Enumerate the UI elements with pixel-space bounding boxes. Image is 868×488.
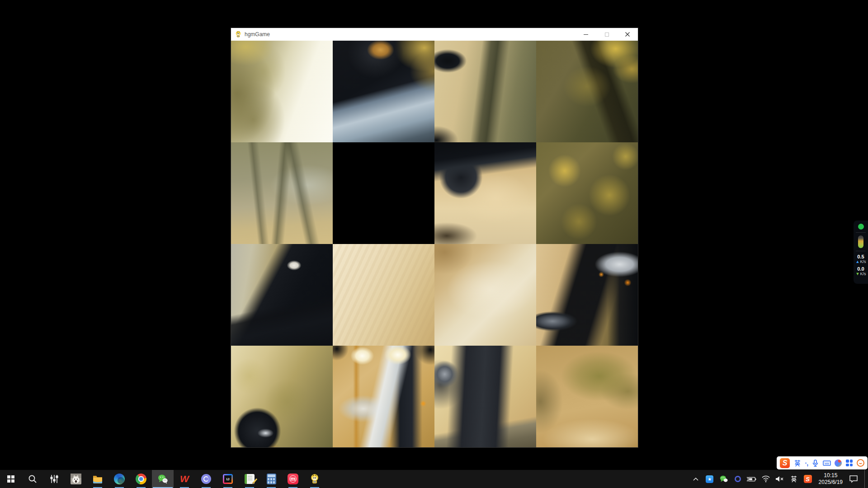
sliders-icon — [49, 474, 59, 484]
upload-arrow-icon: ▲ — [856, 259, 860, 264]
title-bar[interactable]: hgmGame — [231, 28, 638, 41]
sogou-tray-icon: S — [804, 475, 812, 483]
puzzle-tile-r2c0[interactable] — [231, 244, 333, 346]
notification-icon — [849, 475, 858, 483]
tim-star-icon: ★ — [706, 475, 713, 483]
upload-speed-value: 0.5 — [856, 254, 866, 259]
wechat-tray-icon — [719, 475, 728, 483]
folder-icon — [92, 474, 103, 484]
sogou-logo-icon[interactable]: S — [780, 458, 790, 468]
wifi-icon — [761, 475, 770, 483]
puzzle-tile-r3c3[interactable] — [536, 346, 638, 447]
close-icon — [625, 32, 630, 37]
download-speed-unit: K/s — [860, 272, 866, 277]
task-view-button[interactable] — [43, 470, 65, 488]
tray-expand-button[interactable] — [691, 474, 701, 484]
clock-date: 2025/6/19 — [819, 479, 843, 486]
taskbar-item-ring-app[interactable] — [195, 470, 217, 488]
taskbar: W IJ m — [0, 470, 868, 488]
mumu-icon: m — [288, 474, 298, 484]
tray-ring-app[interactable] — [733, 474, 743, 484]
taskbar-item-chrome[interactable] — [130, 470, 152, 488]
puzzle-tile-empty — [333, 142, 434, 244]
intellij-icon: IJ — [223, 474, 233, 484]
start-button[interactable] — [0, 470, 22, 488]
taskbar-item-file-explorer[interactable] — [87, 470, 108, 488]
ime-emoji-icon[interactable] — [857, 459, 864, 467]
koopa-game-icon — [309, 474, 320, 484]
edge-icon — [114, 474, 125, 484]
ime-toolbox-icon[interactable] — [846, 460, 853, 466]
ring-tray-icon — [735, 476, 741, 482]
taskbar-item-edge[interactable] — [108, 470, 130, 488]
ime-skin-icon[interactable] — [835, 460, 842, 467]
puzzle-tile-r0c0[interactable] — [231, 41, 333, 142]
taskbar-item-wps[interactable]: W — [174, 470, 195, 488]
puzzle-tile-r0c2[interactable] — [434, 41, 536, 142]
taskbar-item-mumu[interactable]: m — [282, 470, 304, 488]
app-koopa-icon — [235, 31, 242, 38]
puzzle-tile-r3c1[interactable] — [333, 346, 434, 447]
windows-logo-icon — [7, 475, 14, 483]
notepad-pencil-icon — [245, 474, 255, 484]
taskbar-search-button[interactable] — [22, 470, 43, 488]
ime-mode-cn-icon — [790, 475, 797, 483]
calculator-icon — [267, 474, 276, 484]
puzzle-tile-r2c1[interactable] — [333, 244, 434, 346]
puzzle-tile-r1c0[interactable] — [231, 142, 333, 244]
puzzle-tile-r0c1[interactable] — [333, 41, 434, 142]
taskbar-item-hgmgame[interactable] — [304, 470, 326, 488]
battery-charging-icon — [747, 475, 757, 483]
clock-time: 10:15 — [819, 472, 843, 479]
puzzle-tile-r2c2[interactable] — [434, 244, 536, 346]
upload-speed-unit: K/s — [860, 259, 866, 264]
tray-sogou[interactable]: S — [803, 474, 813, 484]
puzzle-tile-r3c0[interactable] — [231, 346, 333, 447]
window-title: hgmGame — [245, 31, 576, 38]
game-window: hgmGame — [231, 28, 638, 448]
ime-toolbar: S ·, — [777, 456, 868, 469]
ring-app-icon — [201, 474, 211, 484]
download-speed-value: 0.0 — [856, 266, 866, 272]
meter-capsule-icon — [858, 235, 863, 248]
chrome-icon — [136, 474, 146, 484]
minimize-icon — [584, 34, 588, 35]
microphone-icon[interactable] — [812, 460, 819, 467]
taskbar-clock[interactable]: 10:15 2025/6/19 — [817, 472, 844, 486]
status-dot-icon — [858, 224, 864, 230]
taskbar-item-cat-app[interactable] — [65, 470, 87, 488]
puzzle-tile-r0c3[interactable] — [536, 41, 638, 142]
close-button[interactable] — [617, 28, 638, 41]
puzzle-tile-r2c3[interactable] — [536, 244, 638, 346]
net-speed-widget[interactable]: 0.5 ▲K/s 0.0 ▼K/s — [854, 221, 868, 284]
cat-photo-icon — [71, 474, 81, 484]
taskbar-item-intellij[interactable]: IJ — [217, 470, 239, 488]
tray-wifi[interactable] — [761, 474, 771, 484]
show-desktop-button[interactable] — [864, 470, 867, 488]
minimize-button[interactable] — [576, 28, 596, 41]
wechat-icon — [157, 474, 168, 484]
maximize-button — [596, 28, 617, 41]
tray-ime-mode[interactable] — [789, 474, 799, 484]
action-center-button[interactable] — [849, 474, 859, 484]
taskbar-item-calculator[interactable] — [260, 470, 282, 488]
tray-volume[interactable] — [775, 474, 785, 484]
tray-wechat[interactable] — [719, 474, 729, 484]
puzzle-tile-r1c2[interactable] — [434, 142, 536, 244]
puzzle-board — [231, 41, 638, 447]
download-arrow-icon: ▼ — [856, 272, 860, 277]
puzzle-tile-r1c3[interactable] — [536, 142, 638, 244]
maximize-icon — [605, 33, 609, 37]
search-icon — [28, 474, 38, 484]
tray-tim[interactable]: ★ — [705, 474, 715, 484]
speaker-muted-icon — [775, 475, 785, 483]
chevron-up-icon — [693, 477, 699, 481]
wps-icon: W — [180, 474, 189, 484]
taskbar-item-wechat[interactable] — [152, 470, 174, 488]
tray-battery[interactable] — [747, 474, 757, 484]
ime-language-mode-icon[interactable] — [794, 460, 801, 467]
taskbar-item-notes[interactable] — [239, 470, 260, 488]
puzzle-tile-r3c2[interactable] — [434, 346, 536, 447]
keyboard-icon[interactable] — [823, 460, 831, 466]
ime-punctuation-icon[interactable]: ·, — [805, 460, 808, 467]
